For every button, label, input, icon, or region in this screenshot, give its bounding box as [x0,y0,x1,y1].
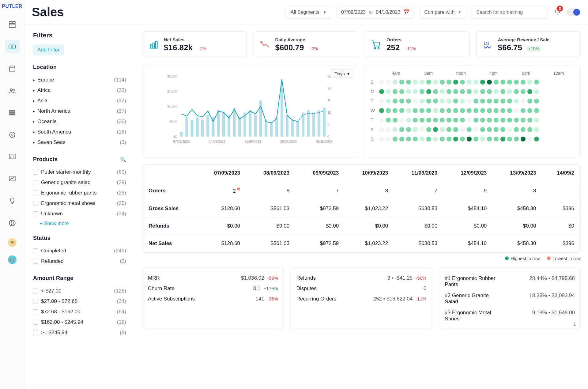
compare-select[interactable]: Compare with ▼ [420,6,466,19]
sales-chart-card: Days ▼ $0$500$1,000$1,500$2,000051015202… [142,65,358,157]
svg-text:28/09/2023: 28/09/2023 [280,140,297,143]
svg-rect-58 [307,110,310,137]
svg-text:$: $ [10,45,12,47]
svg-rect-54 [286,115,288,137]
segments-select[interactable]: All Segments ▼ [286,6,331,19]
svg-rect-2 [9,24,15,28]
page-title: Sales [32,5,64,19]
svg-text:10: 10 [327,111,331,114]
chart-period-select[interactable]: Days ▼ [331,70,353,78]
filter-row[interactable]: ▸Asia(32) [33,96,126,106]
chevron-down-icon: ▼ [458,10,462,14]
svg-rect-14 [9,176,15,181]
nav-subscriptions[interactable]: $ [5,128,20,142]
filter-row[interactable]: Putler starter-monthly(80) [33,167,126,177]
add-filter-button[interactable]: Add Filter [33,44,64,55]
svg-rect-9 [9,112,15,114]
bar-icon [149,40,159,50]
svg-text:123: 123 [483,42,489,45]
products-title: Products [33,156,58,163]
svg-point-20 [375,47,376,49]
svg-rect-45 [238,117,241,137]
nav-ideas[interactable] [5,194,20,208]
svg-text:07/09/2023: 07/09/2023 [173,140,190,143]
filter-row[interactable]: ▸North America(27) [33,106,126,116]
date-range[interactable]: 07/09/2023 to 04/10/2023 📅 [337,6,414,19]
nav-dashboard[interactable] [5,18,20,31]
chevron-down-icon: ▼ [323,10,326,14]
svg-text:$0: $0 [174,135,177,138]
dot-low-icon [547,256,551,260]
svg-rect-10 [9,114,15,115]
kpi-card[interactable]: Daily Average $600.79 -2% [254,31,358,58]
svg-rect-13 [9,154,15,159]
kpi-card[interactable]: Net Sales $16.82k -2% [142,31,247,58]
user-avatar[interactable]: M [8,238,17,247]
filter-row[interactable]: Ergonomic metal shoes(25) [33,198,126,209]
svg-text:$: $ [11,133,13,136]
svg-point-21 [378,47,379,49]
nav-sales[interactable]: $ [5,40,20,53]
filter-row[interactable]: ▸Europe(114) [33,75,126,85]
svg-rect-34 [180,132,183,137]
svg-text:$500: $500 [170,119,177,123]
chevron-down-icon: ▼ [347,72,350,76]
svg-rect-35 [185,117,188,137]
kpi-card[interactable]: 123 Average Revenue / Sale $66.75 +10% [476,31,581,58]
filter-row[interactable]: ▸South America(16) [33,127,126,137]
svg-rect-17 [153,43,155,48]
search-box[interactable] [472,6,548,19]
nav-customers[interactable] [5,84,20,97]
nav-insights[interactable] [5,172,20,186]
search-icon[interactable]: 🔍 [120,157,126,162]
svg-rect-8 [9,110,15,111]
kpi-row: Net Sales $16.82k -2% Daily Average $600… [142,31,581,58]
svg-rect-61 [323,108,326,137]
nav-analytics[interactable] [5,150,20,164]
location-title: Location [33,64,57,70]
filter-row[interactable]: Generic granite salad(29) [33,177,126,188]
svg-rect-16 [150,45,152,48]
filter-row[interactable]: $162.00 - $245.94(19) [33,317,126,327]
filter-row[interactable]: Refunded(3) [33,256,126,266]
date-to: 04/10/2023 [376,9,400,15]
nav-list[interactable] [5,106,20,119]
rank-row: #3 Ergonomic Metal Shoes9.18% • $1,548.0… [445,307,575,324]
svg-rect-38 [201,120,204,137]
metrics-card-refunds: Refunds3 • -$41.25-50%Disputes0Recurring… [291,267,432,330]
svg-rect-57 [302,112,304,137]
svg-rect-39 [206,115,209,137]
svg-rect-59 [312,112,315,137]
svg-rect-36 [190,120,193,137]
metric-row: MRR$1,036.02-59% [148,273,278,283]
brand-logo: PUTLER [2,4,22,9]
filters-title: Filters [33,32,126,39]
filter-row[interactable]: ▸Africa(32) [33,85,126,96]
svg-rect-51 [270,122,273,137]
search-input[interactable] [476,9,544,15]
kpi-card[interactable]: Orders 252 -11% [365,31,469,58]
download-icon[interactable]: ⤓ [573,321,577,327]
filter-row[interactable]: $27.00 - $72.68(34) [33,296,126,307]
amount-title: Amount Range [33,275,74,281]
svg-rect-1 [13,21,15,24]
filter-row[interactable]: Unknown(24) [33,209,126,219]
notif-badge: 2 [557,6,563,12]
nav-products[interactable] [5,62,20,75]
filter-row[interactable]: ▸Seven Seas(3) [33,137,126,148]
svg-text:$1,000: $1,000 [167,104,177,108]
nav-web[interactable] [5,216,20,230]
filter-row[interactable]: $72.68 - $162.00(64) [33,307,126,317]
notifications-button[interactable]: 2 [554,8,561,17]
filter-row[interactable]: < $27.00(126) [33,286,126,296]
svg-rect-44 [233,108,236,137]
svg-rect-37 [196,117,199,137]
svg-rect-41 [217,110,220,137]
filter-row[interactable]: Ergonomic rubber pants(28) [33,188,126,198]
bot-avatar[interactable]: 🤖 [8,255,17,264]
filter-row[interactable]: >= $245.94(9) [33,327,126,338]
theme-toggle[interactable] [567,8,581,16]
show-more-button[interactable]: + Show more [33,219,126,226]
filter-row[interactable]: Completed(249) [33,246,126,256]
filter-row[interactable]: ▸Oceania(26) [33,116,126,127]
